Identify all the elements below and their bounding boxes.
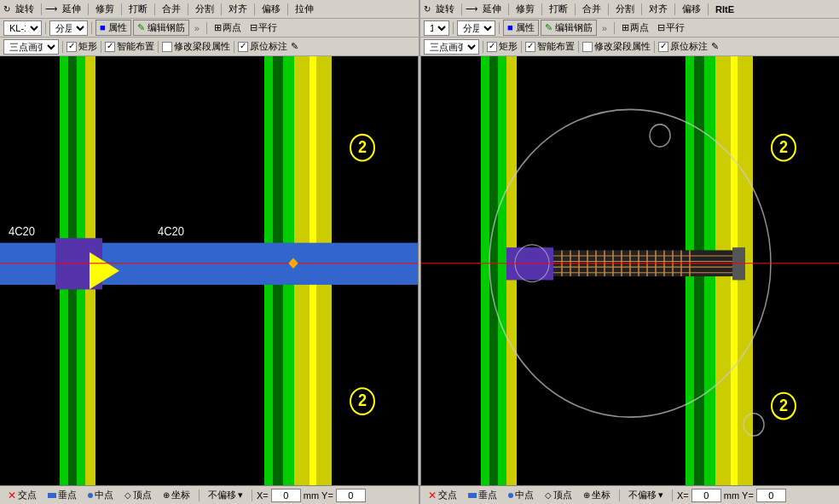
mm-label-r: mm: [724, 490, 739, 501]
extend-btn-l[interactable]: 延伸: [59, 1, 84, 17]
extend-icon-r: ⟶: [466, 4, 477, 14]
snap-vertex-btn-l[interactable]: ◇ 顶点: [120, 487, 156, 503]
snap-free-btn-r[interactable]: 不偏移 ▾: [624, 487, 668, 503]
snap-perp-btn-r[interactable]: 垂点: [464, 487, 501, 503]
parallel-btn-r[interactable]: ⊟ 平行: [654, 20, 688, 36]
sep4r: [575, 3, 576, 15]
join-btn-l[interactable]: 合并: [159, 1, 184, 17]
toolbar-row-3: 三点画弧 矩形 智能布置 修改梁段属性 原位标注 ✎ 三点画弧 矩形: [0, 38, 839, 56]
sep5: [188, 3, 188, 15]
parallel-icon-r: ⊟: [657, 22, 665, 33]
rotate-btn-l[interactable]: 旋转: [12, 1, 38, 17]
snap-mid-btn-l[interactable]: 中点: [84, 487, 118, 503]
toolbar-3-right: 三点画弧 矩形 智能布置 修改梁段属性 原位标注 ✎: [419, 38, 839, 55]
svg-text:2: 2: [779, 396, 788, 414]
twopoint-btn-r[interactable]: ⊞ 两点: [618, 20, 652, 36]
rotate-btn-r[interactable]: 旋转: [432, 1, 458, 17]
split-btn-l[interactable]: 分割: [192, 1, 217, 17]
sep-3r1: [483, 41, 483, 53]
stretch-btn-r[interactable]: RItE: [712, 3, 738, 16]
property-btn-r[interactable]: ■ 属性: [503, 20, 539, 36]
x-input-r[interactable]: [691, 489, 721, 502]
edit-icon-r: ✎: [711, 41, 719, 52]
beam-select-l[interactable]: KL-1: [3, 20, 42, 36]
arc-select-l[interactable]: 三点画弧: [3, 39, 59, 55]
snap-free-btn-l[interactable]: 不偏移 ▾: [204, 487, 247, 503]
mid-icon-r: [508, 493, 513, 498]
twopoint-icon-l: ⊞: [214, 22, 222, 33]
checkbox-modify-r[interactable]: [582, 42, 593, 52]
checkbox-modify-l[interactable]: [162, 42, 172, 52]
perp-icon-r: [468, 493, 477, 498]
arc-select-r[interactable]: 三点画弧: [424, 39, 479, 55]
checkbox-origin-l[interactable]: [238, 42, 248, 52]
beam-select-r[interactable]: 1: [424, 20, 449, 36]
toolbar-3-left: 三点画弧 矩形 智能布置 修改梁段属性 原位标注 ✎: [0, 38, 419, 55]
property-btn-l[interactable]: ■ 属性: [95, 20, 131, 36]
snap-cross-btn-l[interactable]: ✕ 交点: [3, 487, 41, 503]
property-icon-r: ■: [507, 22, 513, 32]
checkbox-rect-r[interactable]: [487, 42, 497, 52]
align-btn-r[interactable]: 对齐: [645, 1, 671, 17]
cross-icon-l: ✕: [8, 490, 16, 501]
toolbar-row-1: ↻ 旋转 ⟶ 延伸 修剪 打断 合并 分割 对齐 偏移 拉伸 ↻ 旋转 ⟶: [0, 0, 839, 19]
snap-vertex-btn-r[interactable]: ◇ 顶点: [541, 487, 576, 503]
checkbox-rect-l[interactable]: [67, 42, 77, 52]
sep-3r4: [654, 41, 655, 53]
extend-btn-r[interactable]: 延伸: [479, 1, 505, 17]
align-btn-l[interactable]: 对齐: [225, 1, 251, 17]
toolbar-1-right: ↻ 旋转 ⟶ 延伸 修剪 打断 合并 分割 对齐 偏移 RItE: [419, 0, 839, 18]
x-label-l: X=: [257, 490, 269, 501]
break-btn-l[interactable]: 打断: [125, 1, 151, 17]
rotate-icon-l: ↻: [3, 4, 10, 14]
sep-3l3: [158, 41, 159, 53]
modify-label-l: 修改梁段属性: [174, 40, 230, 53]
snap-mid-btn-r[interactable]: 中点: [504, 487, 538, 503]
y-input-l[interactable]: [336, 489, 366, 502]
break-btn-r[interactable]: 打断: [546, 1, 571, 17]
join-btn-r[interactable]: 合并: [579, 1, 605, 17]
y-label-r: Y=: [742, 490, 754, 501]
sep-l2: [91, 22, 92, 34]
checkbox-smart-l[interactable]: [105, 42, 115, 52]
canvas-area: 2 2 4C20 4C20: [0, 56, 839, 485]
parallel-btn-l[interactable]: ⊟ 平行: [246, 20, 281, 36]
status-sep-l1: [199, 490, 200, 501]
left-canvas[interactable]: 2 2 4C20 4C20: [0, 56, 418, 485]
status-bar: ✕ 交点 垂点 中点 ◇ 顶点 ⊕ 坐标 不偏移 ▾: [0, 485, 839, 504]
vertex-icon-r: ◇: [545, 490, 552, 500]
sep5r: [608, 3, 609, 15]
twopoint-btn-l[interactable]: ⊞ 两点: [211, 20, 245, 36]
snap-coord-btn-l[interactable]: ⊕ 坐标: [159, 487, 194, 503]
x-label-r: X=: [677, 490, 689, 501]
trim-btn-l[interactable]: 修剪: [92, 1, 118, 17]
sep-3l4: [234, 41, 234, 53]
more-sep-l: »: [194, 23, 200, 33]
snap-perp-btn-l[interactable]: 垂点: [43, 487, 81, 503]
sep-r3: [614, 22, 615, 34]
snap-cross-btn-r[interactable]: ✕ 交点: [424, 487, 461, 503]
property-icon-l: ■: [100, 22, 106, 32]
sep-3r2: [521, 41, 522, 53]
split-btn-r[interactable]: 分割: [612, 1, 638, 17]
origin-label-l: 原位标注: [250, 40, 287, 53]
trim-btn-r[interactable]: 修剪: [512, 1, 538, 17]
vertex-icon-l: ◇: [124, 490, 131, 500]
right-canvas[interactable]: 2 2: [421, 56, 839, 485]
status-right: ✕ 交点 垂点 中点 ◇ 顶点 ⊕ 坐标 不偏移 ▾: [419, 486, 839, 504]
x-input-l[interactable]: [271, 489, 301, 502]
right-canvas-svg: 2 2: [421, 56, 839, 485]
rebar-btn-r[interactable]: ✎ 编辑钢筋: [541, 20, 597, 36]
layer-select-r[interactable]: 分层1: [457, 20, 495, 36]
rebar-btn-l[interactable]: ✎ 编辑钢筋: [133, 20, 189, 36]
stretch-btn-l[interactable]: 拉伸: [292, 1, 317, 17]
sep8r: [708, 3, 709, 15]
offset-btn-l[interactable]: 偏移: [258, 1, 284, 17]
y-input-r[interactable]: [756, 489, 786, 502]
checkbox-origin-r[interactable]: [658, 42, 668, 52]
offset-btn-r[interactable]: 偏移: [679, 1, 704, 17]
sep3: [121, 3, 122, 15]
checkbox-smart-r[interactable]: [525, 42, 535, 52]
layer-select-l[interactable]: 分层1: [49, 20, 88, 36]
snap-coord-btn-r[interactable]: ⊕ 坐标: [579, 487, 615, 503]
